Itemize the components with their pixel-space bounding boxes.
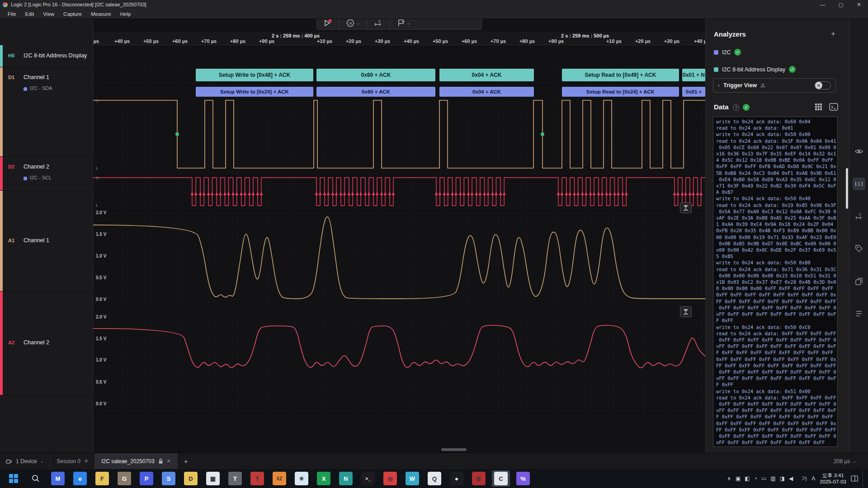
taskbar-app-files[interactable]: F [93,470,111,487]
channel-name-label: I2C 8-bit Address Display [24,52,87,59]
timing-markers-button[interactable]: 3 [367,19,390,29]
data-output-box[interactable]: write to 0x24 ack data: 0x60 0x04read to… [713,117,838,447]
help-icon[interactable]: ? [733,104,739,111]
taskbar-app-globe[interactable]: N [337,470,355,487]
taskbar-app-capture[interactable]: C [492,470,510,487]
taskbar-app-pinwheel[interactable]: W [403,470,421,487]
annotations-eye-button[interactable] [853,145,865,158]
measure-button-analog2[interactable] [680,306,692,317]
taskbar-start[interactable] [5,470,23,487]
channel-row-h0[interactable]: H0I2C 8-bit Address Display [0,45,93,67]
menu-measure[interactable]: Measure [87,10,115,18]
taskbar-clock[interactable]: 오후 3:41 2025-07-03 [820,472,846,485]
i2c-annotation-block[interactable]: Setup Write to [0x24] + ACK [196,87,313,97]
taskbar-search[interactable] [27,470,45,487]
menu-file[interactable]: File [4,10,20,18]
add-analyzer-button[interactable]: + [831,29,835,38]
tab-session-0[interactable]: Session 0 ✕ [50,453,95,469]
taskbar-app-tred[interactable]: T [248,470,266,487]
panel-scrollbar[interactable] [846,168,848,209]
close-button[interactable]: ✕ [850,0,868,9]
annotations-button[interactable]: ⌄ [390,19,417,29]
captures-button[interactable] [853,275,865,288]
i2c-annotation-block[interactable]: Setup Read to [0x24] + ACK [562,87,679,97]
taskbar-app-gimp[interactable]: G [115,470,133,487]
i2c-annotation-block[interactable]: 0x60 + ACK [316,87,435,97]
taskbar-app-book[interactable]: B [470,470,488,487]
menu-view[interactable]: View [39,10,58,18]
maximize-button[interactable]: ▢ [832,0,850,9]
device-selector[interactable]: 1 Device ⌄ [0,453,50,469]
i2c-annotation-block[interactable]: 0x04 + ACK [439,87,534,97]
taskbar-app-wrench[interactable]: % [514,470,532,487]
i2c-8bit-annotation-block[interactable]: 0x01 + N [682,69,705,81]
tab-capture-active[interactable]: I2C saleae_20250703 ✕ [95,453,178,469]
tray-icon[interactable]: ◀ [789,475,793,482]
i2c-8bit-annotation-block[interactable]: 0x04 + ACK [439,69,534,81]
tray-icon[interactable]: ◔ [754,475,757,482]
channel-row-d1[interactable]: D1Channel 1I2C - SDA [0,67,93,157]
taskbar-app-xz[interactable]: XZ [270,470,288,487]
capture-info-button[interactable]: 1 [853,178,865,190]
run-capture-button[interactable] [317,19,339,29]
tray-icon[interactable]: ▥ [770,475,775,482]
taskbar-app-tool[interactable]: T [226,470,244,487]
i2c-8bit-annotation-block[interactable]: Setup Read to [0x49] + ACK [562,69,679,81]
taskbar-app-dot[interactable]: ● [448,470,466,487]
taskbar-app-dot-icon: ● [450,472,463,485]
waveform-area[interactable]: 2 s : 259 ms : 400 µs2 s : 259 ms : 500 … [93,19,705,453]
data-grid-view-button[interactable] [815,103,825,111]
menu-capture[interactable]: Capture [59,10,86,18]
tray-icon[interactable]: ▣ [736,475,741,482]
tray-icon[interactable]: ◧ [745,475,750,482]
ime-mode-indicator[interactable]: A [811,475,815,482]
measurements-button[interactable]: 3 [853,210,865,223]
analyzers-panel: Analyzers + I2C✓I2C 8-bit Address Displa… [705,19,849,453]
channel-color-strip [0,291,3,395]
data-terminal-view-button[interactable] [829,103,839,111]
tray-icon[interactable]: ▭ [761,475,766,482]
taskbar-app-snow[interactable]: ✳ [292,470,311,487]
taskbar-app-folder[interactable]: D [182,470,200,487]
close-tab-icon[interactable]: ✕ [167,458,171,464]
analyzer-item-i2c-8bit[interactable]: I2C 8-bit Address Display✓ [714,66,796,73]
ime-korean-indicator[interactable]: 가 [802,475,807,483]
device-settings-button[interactable]: 16 ⌄ [339,19,367,29]
menu-edit[interactable]: Edit [21,10,38,18]
channel-row-d2[interactable]: D2Channel 2I2C - SCL [0,157,93,191]
new-capture-button[interactable]: + [178,457,194,465]
title-bar[interactable]: Logic 2 [Logic Pro 16 - Disconnected] [I… [0,0,868,9]
i2c-8bit-annotation-block[interactable]: Setup Write to [0x48] + ACK [196,69,313,81]
show-desktop-button[interactable] [863,470,864,487]
notes-button[interactable] [853,307,865,320]
channel-row-a1[interactable]: A1Channel 1 [0,191,93,291]
notification-icon[interactable] [851,475,858,482]
taskbar-app-everything[interactable]: Q [425,470,443,487]
taskbar-app-save[interactable]: S [160,470,178,487]
menu-help[interactable]: Help [116,10,135,18]
trigger-view-toggle[interactable]: ✕ [815,81,831,89]
bookmarks-button[interactable] [853,242,865,255]
close-tab-icon[interactable]: ✕ [84,458,88,464]
measure-button-analog1[interactable] [680,202,692,213]
taskbar-app-excel[interactable]: X [315,470,333,487]
taskbar-app-mail[interactable]: M [49,470,67,487]
i2c-8bit-annotation-block[interactable]: 0x60 + ACK [316,69,435,81]
horizontal-scrollbar[interactable] [441,448,467,451]
zoom-level-control[interactable]: 208 µs ⌄ [834,458,856,465]
tray-expand-caret[interactable]: ∧ [727,475,731,482]
channel-row-a2[interactable]: A2Channel 2 [0,291,93,395]
taskbar-app-terminal[interactable]: >_ [359,470,377,487]
taskbar-app-edge[interactable]: e [71,470,89,487]
tray-icon[interactable]: ◨ [780,475,785,482]
data-output-line: xFF 0xFF 0xFF 0xFF 0xFF 0xFF 0xFF 0xFF 0… [716,375,835,381]
trigger-view-row[interactable]: › Trigger View ⚠ ✕ [713,78,836,93]
taskbar-app-blue[interactable]: P [137,470,156,487]
i2c-annotation-block[interactable]: 0x01 + [682,87,705,97]
data-output-line: F 0xFF 0xFF 0xFF 0xFF 0xFF 0xFF 0xFF 0xF… [716,413,835,420]
taskbar-app-target[interactable]: ◎ [381,470,399,487]
minimize-button[interactable]: — [814,0,832,9]
taskbar-app-terminal-icon: >_ [361,472,375,485]
analyzer-item-i2c[interactable]: I2C✓ [714,49,741,56]
taskbar-app-photos[interactable]: ▦ [204,470,222,487]
